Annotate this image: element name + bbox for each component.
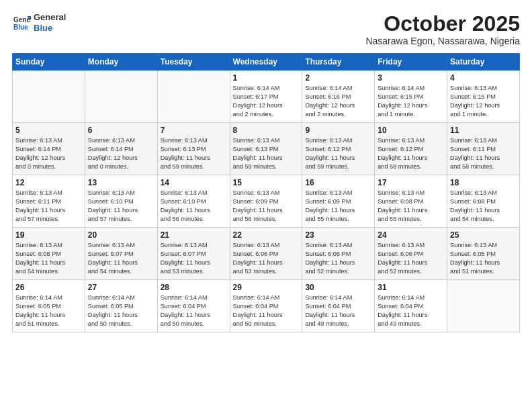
calendar-cell: 17Sunrise: 6:13 AM Sunset: 6:08 PM Dayli… xyxy=(375,175,447,228)
day-number: 28 xyxy=(161,283,227,292)
day-number: 11 xyxy=(450,126,517,135)
calendar-week-4: 19Sunrise: 6:13 AM Sunset: 6:08 PM Dayli… xyxy=(13,228,520,280)
day-info: Sunrise: 6:13 AM Sunset: 6:08 PM Dayligh… xyxy=(15,241,82,276)
day-number: 29 xyxy=(233,283,300,292)
calendar-page: General Blue General Blue October 2025 N… xyxy=(0,0,532,411)
day-info: Sunrise: 6:14 AM Sunset: 6:15 PM Dayligh… xyxy=(378,84,444,119)
day-info: Sunrise: 6:13 AM Sunset: 6:08 PM Dayligh… xyxy=(450,189,517,224)
day-number: 6 xyxy=(88,126,154,135)
calendar-cell: 21Sunrise: 6:13 AM Sunset: 6:07 PM Dayli… xyxy=(157,228,230,280)
calendar-cell: 22Sunrise: 6:13 AM Sunset: 6:06 PM Dayli… xyxy=(230,228,302,280)
day-info: Sunrise: 6:14 AM Sunset: 6:05 PM Dayligh… xyxy=(15,293,82,328)
logo-blue: Blue xyxy=(34,23,66,34)
calendar-cell: 23Sunrise: 6:13 AM Sunset: 6:06 PM Dayli… xyxy=(302,228,375,280)
day-number: 30 xyxy=(305,283,371,292)
day-info: Sunrise: 6:14 AM Sunset: 6:04 PM Dayligh… xyxy=(233,293,300,328)
calendar-body: 1Sunrise: 6:14 AM Sunset: 6:17 PM Daylig… xyxy=(13,71,520,332)
calendar-cell: 6Sunrise: 6:13 AM Sunset: 6:14 PM Daylig… xyxy=(85,123,157,175)
calendar-cell: 5Sunrise: 6:13 AM Sunset: 6:14 PM Daylig… xyxy=(13,123,85,175)
day-number: 22 xyxy=(233,230,300,240)
calendar-cell xyxy=(447,280,520,332)
month-title: October 2025 xyxy=(365,12,520,36)
calendar-cell: 24Sunrise: 6:13 AM Sunset: 6:06 PM Dayli… xyxy=(375,228,447,280)
day-info: Sunrise: 6:13 AM Sunset: 6:10 PM Dayligh… xyxy=(88,189,154,224)
calendar-cell: 29Sunrise: 6:14 AM Sunset: 6:04 PM Dayli… xyxy=(230,280,302,332)
calendar-cell: 31Sunrise: 6:14 AM Sunset: 6:04 PM Dayli… xyxy=(375,280,447,332)
day-info: Sunrise: 6:13 AM Sunset: 6:13 PM Dayligh… xyxy=(161,136,227,171)
logo-text: General Blue xyxy=(34,12,66,33)
day-number: 18 xyxy=(450,178,517,187)
day-number: 10 xyxy=(378,126,444,135)
day-info: Sunrise: 6:13 AM Sunset: 6:09 PM Dayligh… xyxy=(233,189,300,224)
calendar-cell: 7Sunrise: 6:13 AM Sunset: 6:13 PM Daylig… xyxy=(157,123,230,175)
day-info: Sunrise: 6:14 AM Sunset: 6:05 PM Dayligh… xyxy=(88,293,154,328)
calendar-week-5: 26Sunrise: 6:14 AM Sunset: 6:05 PM Dayli… xyxy=(13,280,520,332)
day-number: 16 xyxy=(305,178,371,187)
calendar-cell: 18Sunrise: 6:13 AM Sunset: 6:08 PM Dayli… xyxy=(447,175,520,228)
calendar-week-1: 1Sunrise: 6:14 AM Sunset: 6:17 PM Daylig… xyxy=(13,71,520,123)
day-number: 31 xyxy=(378,283,444,292)
day-number: 19 xyxy=(15,230,82,240)
calendar-cell: 16Sunrise: 6:13 AM Sunset: 6:09 PM Dayli… xyxy=(302,175,375,228)
calendar-cell xyxy=(85,71,157,123)
day-number: 3 xyxy=(378,73,444,83)
calendar-cell: 28Sunrise: 6:14 AM Sunset: 6:04 PM Dayli… xyxy=(157,280,230,332)
day-number: 12 xyxy=(15,178,82,187)
col-friday: Friday xyxy=(375,54,447,71)
day-number: 9 xyxy=(305,126,371,135)
title-block: October 2025 Nasarawa Egon, Nassarawa, N… xyxy=(365,12,520,46)
calendar-cell: 25Sunrise: 6:13 AM Sunset: 6:05 PM Dayli… xyxy=(447,228,520,280)
calendar-cell: 4Sunrise: 6:13 AM Sunset: 6:15 PM Daylig… xyxy=(447,71,520,123)
calendar-cell xyxy=(13,71,85,123)
calendar-cell: 11Sunrise: 6:13 AM Sunset: 6:11 PM Dayli… xyxy=(447,123,520,175)
day-info: Sunrise: 6:13 AM Sunset: 6:09 PM Dayligh… xyxy=(305,189,371,224)
calendar-table: Sunday Monday Tuesday Wednesday Thursday… xyxy=(12,53,520,332)
logo-icon: General Blue xyxy=(12,13,31,32)
calendar-cell: 10Sunrise: 6:13 AM Sunset: 6:12 PM Dayli… xyxy=(375,123,447,175)
col-wednesday: Wednesday xyxy=(230,54,302,71)
col-monday: Monday xyxy=(85,54,157,71)
day-info: Sunrise: 6:13 AM Sunset: 6:07 PM Dayligh… xyxy=(161,241,227,276)
day-number: 13 xyxy=(88,178,154,187)
day-info: Sunrise: 6:13 AM Sunset: 6:06 PM Dayligh… xyxy=(233,241,300,276)
day-number: 17 xyxy=(378,178,444,187)
day-number: 14 xyxy=(161,178,227,187)
day-info: Sunrise: 6:14 AM Sunset: 6:04 PM Dayligh… xyxy=(378,293,444,328)
day-info: Sunrise: 6:13 AM Sunset: 6:08 PM Dayligh… xyxy=(378,189,444,224)
day-info: Sunrise: 6:13 AM Sunset: 6:12 PM Dayligh… xyxy=(378,136,444,171)
day-info: Sunrise: 6:13 AM Sunset: 6:12 PM Dayligh… xyxy=(305,136,371,171)
location: Nasarawa Egon, Nassarawa, Nigeria xyxy=(365,36,520,46)
col-tuesday: Tuesday xyxy=(157,54,230,71)
calendar-cell: 3Sunrise: 6:14 AM Sunset: 6:15 PM Daylig… xyxy=(375,71,447,123)
day-info: Sunrise: 6:13 AM Sunset: 6:14 PM Dayligh… xyxy=(88,136,154,171)
day-number: 2 xyxy=(305,73,371,83)
day-number: 27 xyxy=(88,283,154,292)
day-number: 21 xyxy=(161,230,227,240)
page-header: General Blue General Blue October 2025 N… xyxy=(12,12,520,46)
day-info: Sunrise: 6:14 AM Sunset: 6:04 PM Dayligh… xyxy=(161,293,227,328)
day-info: Sunrise: 6:13 AM Sunset: 6:06 PM Dayligh… xyxy=(305,241,371,276)
calendar-cell: 27Sunrise: 6:14 AM Sunset: 6:05 PM Dayli… xyxy=(85,280,157,332)
calendar-cell: 15Sunrise: 6:13 AM Sunset: 6:09 PM Dayli… xyxy=(230,175,302,228)
day-info: Sunrise: 6:13 AM Sunset: 6:14 PM Dayligh… xyxy=(15,136,82,171)
calendar-cell: 19Sunrise: 6:13 AM Sunset: 6:08 PM Dayli… xyxy=(13,228,85,280)
day-info: Sunrise: 6:14 AM Sunset: 6:17 PM Dayligh… xyxy=(233,84,300,119)
day-info: Sunrise: 6:14 AM Sunset: 6:04 PM Dayligh… xyxy=(305,293,371,328)
day-number: 26 xyxy=(15,283,82,292)
day-info: Sunrise: 6:13 AM Sunset: 6:10 PM Dayligh… xyxy=(161,189,227,224)
calendar-cell: 30Sunrise: 6:14 AM Sunset: 6:04 PM Dayli… xyxy=(302,280,375,332)
day-number: 23 xyxy=(305,230,371,240)
day-number: 20 xyxy=(88,230,154,240)
calendar-cell: 9Sunrise: 6:13 AM Sunset: 6:12 PM Daylig… xyxy=(302,123,375,175)
calendar-cell: 2Sunrise: 6:14 AM Sunset: 6:16 PM Daylig… xyxy=(302,71,375,123)
calendar-cell: 12Sunrise: 6:13 AM Sunset: 6:11 PM Dayli… xyxy=(13,175,85,228)
day-number: 15 xyxy=(233,178,300,187)
header-row: Sunday Monday Tuesday Wednesday Thursday… xyxy=(13,54,520,71)
calendar-header: Sunday Monday Tuesday Wednesday Thursday… xyxy=(13,54,520,71)
col-sunday: Sunday xyxy=(13,54,85,71)
calendar-cell: 20Sunrise: 6:13 AM Sunset: 6:07 PM Dayli… xyxy=(85,228,157,280)
calendar-cell xyxy=(157,71,230,123)
calendar-cell: 14Sunrise: 6:13 AM Sunset: 6:10 PM Dayli… xyxy=(157,175,230,228)
day-number: 1 xyxy=(233,73,300,83)
day-info: Sunrise: 6:13 AM Sunset: 6:13 PM Dayligh… xyxy=(233,136,300,171)
